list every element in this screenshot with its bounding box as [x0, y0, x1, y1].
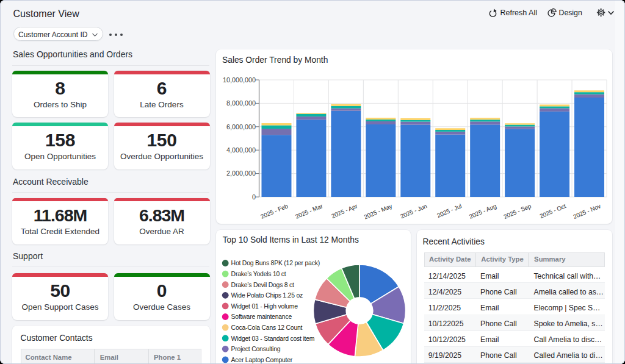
svg-text:Widget 03 - Standard cost item: Widget 03 - Standard cost item	[231, 335, 315, 342]
svg-text:0: 0	[252, 193, 256, 201]
svg-text:Acer Laptop Computer: Acer Laptop Computer	[231, 357, 293, 363]
svg-text:2025 - Nov: 2025 - Nov	[572, 202, 601, 220]
svg-text:6,000,000: 6,000,000	[226, 123, 256, 130]
svg-text:2025 - Aug: 2025 - Aug	[468, 202, 497, 220]
svg-text:Widget 01 - High volume: Widget 01 - High volume	[231, 303, 298, 310]
svg-text:4,000,000: 4,000,000	[226, 146, 256, 154]
svg-text:2025 - Apr: 2025 - Apr	[330, 202, 359, 219]
svg-text:Software maintenance: Software maintenance	[231, 313, 292, 320]
svg-text:2025 - Feb: 2025 - Feb	[259, 202, 289, 220]
svg-text:2025 - Jul: 2025 - Jul	[436, 202, 463, 219]
svg-text:2025 - Jun: 2025 - Jun	[399, 202, 428, 219]
svg-text:Project Consulting: Project Consulting	[231, 346, 281, 352]
svg-text:Hot Dog Buns 8PK (12 per pack): Hot Dog Buns 8PK (12 per pack)	[231, 260, 320, 266]
svg-text:2025 - Mar: 2025 - Mar	[294, 202, 324, 220]
svg-text:Wide Polato Chips 1.25 oz: Wide Polato Chips 1.25 oz	[231, 292, 303, 299]
svg-text:8,000,000: 8,000,000	[226, 99, 256, 107]
svg-text:2025 - Oct: 2025 - Oct	[538, 202, 567, 219]
svg-text:Coca-Cola Cans 12 Count: Coca-Cola Cans 12 Count	[231, 324, 303, 331]
svg-text:2025 - Sep: 2025 - Sep	[502, 202, 532, 220]
svg-text:2025 - May: 2025 - May	[363, 202, 394, 220]
svg-text:2,000,000: 2,000,000	[226, 170, 256, 177]
svg-text:10,000,000: 10,000,000	[223, 76, 256, 84]
svg-text:Drake’s Yodels 10 ct: Drake’s Yodels 10 ct	[231, 271, 286, 277]
svg-text:Drake’s Devil Dogs 8 ct: Drake’s Devil Dogs 8 ct	[231, 282, 295, 288]
